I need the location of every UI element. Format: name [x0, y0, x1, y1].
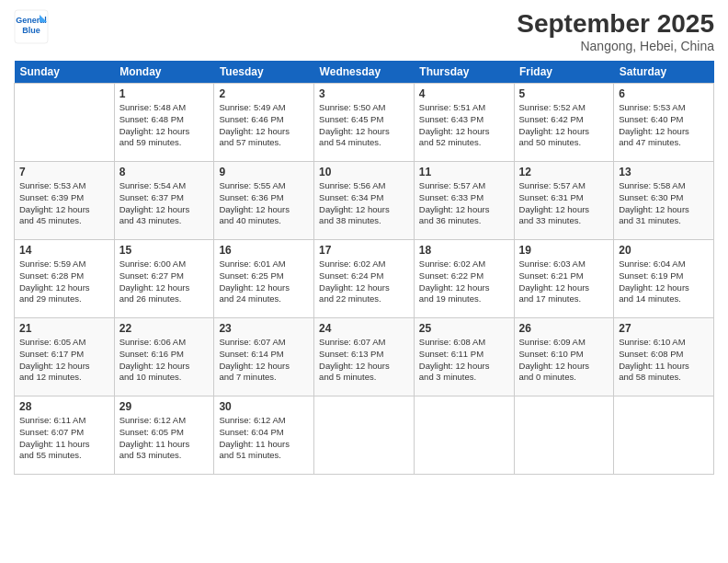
day-cell [414, 396, 514, 475]
day-info: Sunrise: 6:06 AM Sunset: 6:16 PM Dayligh… [119, 337, 210, 384]
title-block: September 2025 Nangong, Hebei, China [517, 9, 714, 53]
day-cell: 3Sunrise: 5:50 AM Sunset: 6:45 PM Daylig… [314, 84, 415, 162]
day-info: Sunrise: 6:10 AM Sunset: 6:08 PM Dayligh… [619, 337, 709, 384]
day-info: Sunrise: 6:00 AM Sunset: 6:27 PM Dayligh… [119, 259, 210, 305]
day-cell: 4Sunrise: 5:51 AM Sunset: 6:43 PM Daylig… [414, 84, 514, 162]
day-cell: 1Sunrise: 5:48 AM Sunset: 6:48 PM Daylig… [114, 84, 214, 162]
day-cell: 30Sunrise: 6:12 AM Sunset: 6:04 PM Dayli… [214, 396, 314, 475]
day-info: Sunrise: 6:11 AM Sunset: 6:07 PM Dayligh… [19, 415, 109, 462]
day-info: Sunrise: 5:57 AM Sunset: 6:33 PM Dayligh… [419, 180, 509, 227]
day-cell: 26Sunrise: 6:09 AM Sunset: 6:10 PM Dayli… [514, 318, 614, 396]
day-number: 26 [519, 322, 609, 335]
day-cell [514, 396, 614, 475]
day-info: Sunrise: 6:12 AM Sunset: 6:04 PM Dayligh… [219, 415, 309, 462]
day-number: 29 [119, 400, 210, 413]
day-info: Sunrise: 6:07 AM Sunset: 6:14 PM Dayligh… [219, 337, 309, 384]
day-cell [15, 84, 115, 162]
week-row-5: 28Sunrise: 6:11 AM Sunset: 6:07 PM Dayli… [15, 396, 714, 475]
day-info: Sunrise: 6:07 AM Sunset: 6:13 PM Dayligh… [319, 337, 409, 384]
day-number: 28 [19, 400, 109, 413]
week-row-3: 14Sunrise: 5:59 AM Sunset: 6:28 PM Dayli… [15, 240, 714, 318]
day-info: Sunrise: 6:04 AM Sunset: 6:19 PM Dayligh… [619, 259, 709, 305]
day-cell: 6Sunrise: 5:53 AM Sunset: 6:40 PM Daylig… [614, 84, 714, 162]
page: General Blue September 2025 Nangong, Heb… [0, 0, 728, 563]
day-number: 19 [519, 244, 609, 257]
day-info: Sunrise: 5:56 AM Sunset: 6:34 PM Dayligh… [319, 180, 409, 227]
day-number: 2 [219, 87, 309, 100]
day-cell: 2Sunrise: 5:49 AM Sunset: 6:46 PM Daylig… [214, 84, 314, 162]
day-info: Sunrise: 5:53 AM Sunset: 6:39 PM Dayligh… [19, 180, 109, 227]
day-cell: 10Sunrise: 5:56 AM Sunset: 6:34 PM Dayli… [314, 162, 415, 240]
day-cell: 25Sunrise: 6:08 AM Sunset: 6:11 PM Dayli… [414, 318, 514, 396]
day-number: 8 [119, 166, 210, 178]
day-cell: 14Sunrise: 5:59 AM Sunset: 6:28 PM Dayli… [15, 240, 115, 318]
day-number: 3 [319, 87, 409, 100]
day-number: 13 [619, 166, 709, 178]
location: Nangong, Hebei, China [517, 39, 714, 53]
weekday-header-sunday: Sunday [15, 61, 115, 84]
day-number: 16 [219, 244, 309, 257]
day-cell: 11Sunrise: 5:57 AM Sunset: 6:33 PM Dayli… [414, 162, 514, 240]
weekday-header-friday: Friday [514, 61, 614, 84]
day-cell: 17Sunrise: 6:02 AM Sunset: 6:24 PM Dayli… [314, 240, 415, 318]
weekday-header-saturday: Saturday [614, 61, 714, 84]
day-info: Sunrise: 6:02 AM Sunset: 6:22 PM Dayligh… [419, 259, 509, 305]
day-info: Sunrise: 5:55 AM Sunset: 6:36 PM Dayligh… [219, 180, 309, 227]
day-number: 11 [419, 166, 509, 178]
day-info: Sunrise: 5:53 AM Sunset: 6:40 PM Dayligh… [619, 102, 709, 149]
day-cell: 18Sunrise: 6:02 AM Sunset: 6:22 PM Dayli… [414, 240, 514, 318]
calendar-table: SundayMondayTuesdayWednesdayThursdayFrid… [14, 61, 714, 475]
day-number: 9 [219, 166, 309, 178]
day-info: Sunrise: 6:02 AM Sunset: 6:24 PM Dayligh… [319, 259, 409, 305]
day-number: 1 [119, 87, 210, 100]
day-info: Sunrise: 5:59 AM Sunset: 6:28 PM Dayligh… [19, 259, 109, 305]
logo: General Blue [14, 9, 52, 44]
day-info: Sunrise: 5:49 AM Sunset: 6:46 PM Dayligh… [219, 102, 309, 149]
day-number: 18 [419, 244, 509, 257]
day-info: Sunrise: 6:01 AM Sunset: 6:25 PM Dayligh… [219, 259, 309, 305]
day-info: Sunrise: 6:05 AM Sunset: 6:17 PM Dayligh… [19, 337, 109, 384]
day-number: 25 [419, 322, 509, 335]
day-info: Sunrise: 6:03 AM Sunset: 6:21 PM Dayligh… [519, 259, 609, 305]
day-number: 17 [319, 244, 409, 257]
day-cell: 27Sunrise: 6:10 AM Sunset: 6:08 PM Dayli… [614, 318, 714, 396]
day-number: 27 [619, 322, 709, 335]
day-number: 20 [619, 244, 709, 257]
day-info: Sunrise: 6:12 AM Sunset: 6:05 PM Dayligh… [119, 415, 210, 462]
month-year: September 2025 [517, 9, 714, 39]
day-cell: 24Sunrise: 6:07 AM Sunset: 6:13 PM Dayli… [314, 318, 415, 396]
day-number: 6 [619, 87, 709, 100]
day-cell: 28Sunrise: 6:11 AM Sunset: 6:07 PM Dayli… [15, 396, 115, 475]
day-number: 14 [19, 244, 109, 257]
day-cell: 22Sunrise: 6:06 AM Sunset: 6:16 PM Dayli… [114, 318, 214, 396]
day-cell: 16Sunrise: 6:01 AM Sunset: 6:25 PM Dayli… [214, 240, 314, 318]
day-info: Sunrise: 5:51 AM Sunset: 6:43 PM Dayligh… [419, 102, 509, 149]
day-info: Sunrise: 5:58 AM Sunset: 6:30 PM Dayligh… [619, 180, 709, 227]
week-row-1: 1Sunrise: 5:48 AM Sunset: 6:48 PM Daylig… [15, 84, 714, 162]
day-info: Sunrise: 5:54 AM Sunset: 6:37 PM Dayligh… [119, 180, 210, 227]
day-cell: 9Sunrise: 5:55 AM Sunset: 6:36 PM Daylig… [214, 162, 314, 240]
day-number: 12 [519, 166, 609, 178]
day-cell: 12Sunrise: 5:57 AM Sunset: 6:31 PM Dayli… [514, 162, 614, 240]
day-number: 24 [319, 322, 409, 335]
weekday-header-tuesday: Tuesday [214, 61, 314, 84]
day-info: Sunrise: 5:52 AM Sunset: 6:42 PM Dayligh… [519, 102, 609, 149]
day-number: 10 [319, 166, 409, 178]
day-cell: 5Sunrise: 5:52 AM Sunset: 6:42 PM Daylig… [514, 84, 614, 162]
day-number: 15 [119, 244, 210, 257]
day-info: Sunrise: 5:50 AM Sunset: 6:45 PM Dayligh… [319, 102, 409, 149]
day-number: 22 [119, 322, 210, 335]
day-cell: 23Sunrise: 6:07 AM Sunset: 6:14 PM Dayli… [214, 318, 314, 396]
day-number: 5 [519, 87, 609, 100]
week-row-4: 21Sunrise: 6:05 AM Sunset: 6:17 PM Dayli… [15, 318, 714, 396]
day-cell: 13Sunrise: 5:58 AM Sunset: 6:30 PM Dayli… [614, 162, 714, 240]
week-row-2: 7Sunrise: 5:53 AM Sunset: 6:39 PM Daylig… [15, 162, 714, 240]
weekday-header-row: SundayMondayTuesdayWednesdayThursdayFrid… [15, 61, 714, 84]
day-info: Sunrise: 6:09 AM Sunset: 6:10 PM Dayligh… [519, 337, 609, 384]
logo-icon: General Blue [14, 9, 49, 44]
day-cell: 19Sunrise: 6:03 AM Sunset: 6:21 PM Dayli… [514, 240, 614, 318]
day-cell: 20Sunrise: 6:04 AM Sunset: 6:19 PM Dayli… [614, 240, 714, 318]
day-number: 21 [19, 322, 109, 335]
day-info: Sunrise: 5:48 AM Sunset: 6:48 PM Dayligh… [119, 102, 210, 149]
day-cell: 21Sunrise: 6:05 AM Sunset: 6:17 PM Dayli… [15, 318, 115, 396]
